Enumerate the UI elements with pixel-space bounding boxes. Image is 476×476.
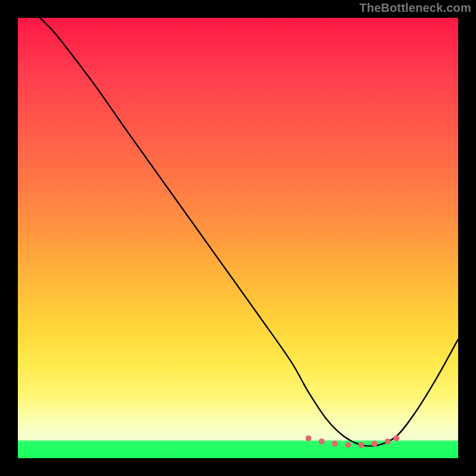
minimum-marker [319,439,325,444]
minimum-marker [385,439,391,444]
minimum-marker [332,441,338,447]
chart-container: TheBottleneck.com [0,0,476,476]
minimum-marker [305,436,311,441]
minimum-marker [345,442,351,448]
bottleneck-curve [40,18,458,446]
curve-layer [18,18,458,458]
minimum-marker [371,441,377,447]
minimum-marker [393,436,399,441]
plot-area [18,18,458,458]
watermark-label: TheBottleneck.com [359,1,471,15]
minimum-marker [358,442,364,448]
